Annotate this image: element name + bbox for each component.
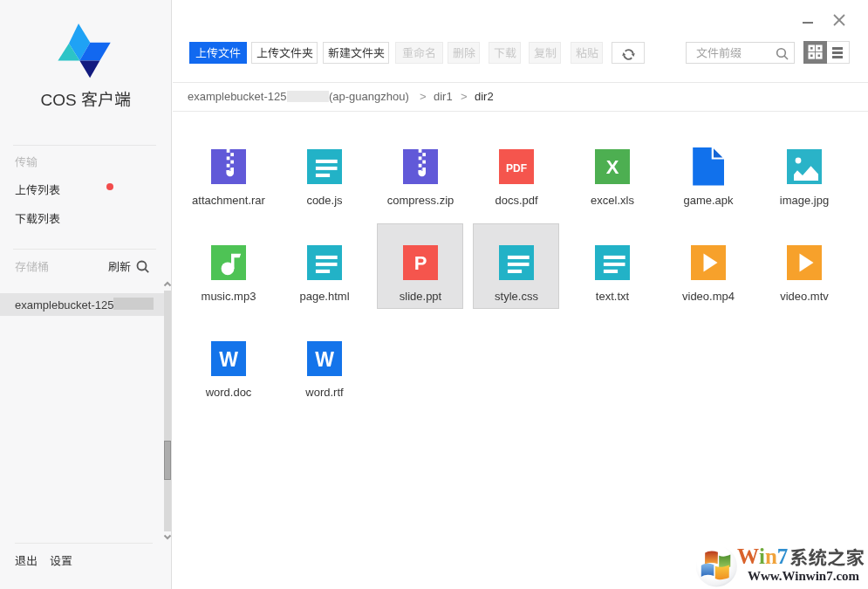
svg-text:X: X <box>606 156 619 178</box>
svg-text:W: W <box>219 348 238 371</box>
svg-text:W: W <box>315 348 334 371</box>
svg-text:PDF: PDF <box>506 162 527 175</box>
svg-text:P: P <box>414 252 427 274</box>
